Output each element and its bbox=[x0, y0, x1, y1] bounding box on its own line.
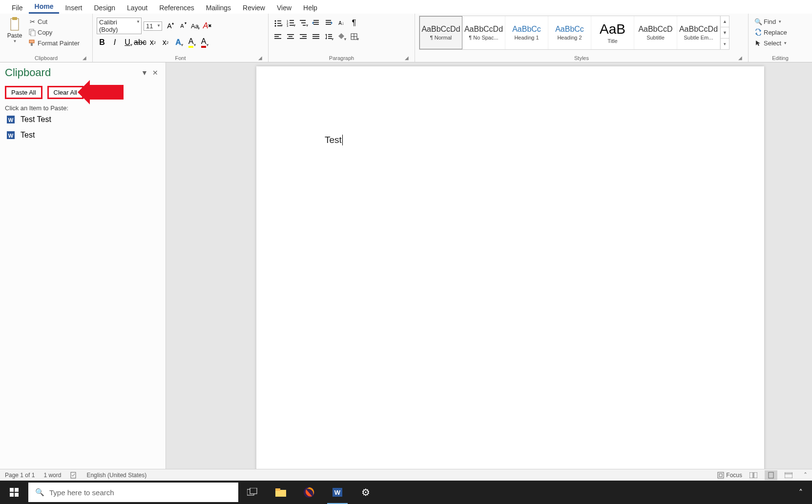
style-name-label: Title bbox=[607, 38, 617, 44]
style-title[interactable]: AaBTitle bbox=[591, 16, 634, 49]
underline-button[interactable]: U▼ bbox=[122, 37, 133, 48]
superscript-button[interactable]: x2 bbox=[160, 37, 171, 48]
paragraph-launcher[interactable]: ◢ bbox=[404, 55, 410, 61]
svg-rect-58 bbox=[10, 488, 14, 492]
tab-references[interactable]: References bbox=[153, 2, 200, 14]
word-count[interactable]: 1 word bbox=[43, 472, 61, 479]
styles-scroll-up[interactable]: ▲ bbox=[721, 16, 729, 27]
styles-scroll-down[interactable]: ▼ bbox=[721, 27, 729, 39]
paste-all-button[interactable]: Paste All bbox=[5, 86, 42, 99]
web-layout-button[interactable] bbox=[782, 470, 795, 480]
font-color-button[interactable]: A▼ bbox=[198, 37, 209, 48]
grow-font-button[interactable]: A▴ bbox=[164, 20, 175, 31]
style--normal[interactable]: AaBbCcDd¶ Normal bbox=[419, 16, 462, 49]
chevron-down-icon: ▼ bbox=[129, 43, 133, 47]
focus-mode-button[interactable]: Focus bbox=[717, 472, 742, 479]
style-heading-2[interactable]: AaBbCcHeading 2 bbox=[548, 16, 591, 49]
tab-view[interactable]: View bbox=[271, 2, 297, 14]
show-hidden-icons[interactable]: ˄ bbox=[792, 481, 809, 504]
replace-icon bbox=[754, 28, 762, 36]
find-button[interactable]: 🔍Find▼ bbox=[752, 17, 784, 26]
document-page[interactable]: Test bbox=[256, 66, 764, 486]
settings-button[interactable]: ⚙ bbox=[352, 481, 380, 504]
replace-button[interactable]: Replace bbox=[752, 27, 789, 37]
bullets-button[interactable]: ▼ bbox=[272, 18, 283, 28]
svg-rect-28 bbox=[274, 36, 279, 37]
style-preview: AaBbCcDd bbox=[679, 25, 718, 34]
strikethrough-button[interactable]: abc bbox=[135, 37, 146, 48]
svg-rect-25 bbox=[326, 22, 331, 23]
proofing-icon[interactable] bbox=[70, 471, 78, 479]
task-view-button[interactable] bbox=[238, 481, 267, 504]
cut-button[interactable]: ✂ Cut bbox=[26, 17, 82, 26]
read-mode-button[interactable] bbox=[747, 470, 760, 480]
italic-button[interactable]: I bbox=[109, 37, 120, 48]
tab-layout[interactable]: Layout bbox=[121, 2, 153, 14]
numbering-button[interactable]: 123▼ bbox=[285, 18, 296, 28]
styles-launcher[interactable]: ◢ bbox=[737, 55, 743, 61]
svg-rect-31 bbox=[289, 36, 292, 37]
align-right-button[interactable] bbox=[298, 31, 309, 42]
clipboard-item[interactable]: WTest Test bbox=[5, 112, 161, 127]
increase-indent-button[interactable] bbox=[323, 18, 334, 28]
format-painter-button[interactable]: Format Painter bbox=[26, 38, 82, 48]
chevron-down-icon: ▼ bbox=[13, 39, 17, 43]
clipboard-item[interactable]: WTest bbox=[5, 127, 161, 143]
highlight-button[interactable]: A▼ bbox=[186, 37, 196, 48]
paintbrush-icon bbox=[28, 39, 36, 47]
shading-button[interactable]: ▼ bbox=[336, 31, 347, 42]
decrease-indent-button[interactable] bbox=[311, 18, 321, 28]
font-name-combo[interactable]: Calibri (Body)▼ bbox=[97, 18, 142, 34]
text-effects-button[interactable]: A▼ bbox=[173, 37, 184, 48]
bold-button[interactable]: B bbox=[97, 37, 107, 48]
tab-review[interactable]: Review bbox=[237, 2, 271, 14]
line-spacing-button[interactable]: ▼ bbox=[323, 31, 334, 42]
styles-more[interactable]: ▾ bbox=[721, 39, 729, 49]
collapse-ribbon-icon[interactable]: ˄ bbox=[804, 471, 807, 479]
pane-options-dropdown[interactable]: ▼ bbox=[139, 69, 150, 77]
shrink-font-button[interactable]: A▾ bbox=[177, 20, 187, 31]
language-status[interactable]: English (United States) bbox=[86, 472, 146, 479]
align-center-button[interactable] bbox=[285, 31, 296, 42]
subscript-button[interactable]: x2 bbox=[147, 37, 158, 48]
svg-rect-63 bbox=[250, 488, 257, 494]
search-input[interactable]: 🔍 Type here to search bbox=[28, 483, 238, 502]
paste-button[interactable]: Paste ▼ bbox=[4, 15, 25, 45]
select-button[interactable]: Select▼ bbox=[752, 38, 789, 48]
tab-file[interactable]: File bbox=[6, 2, 29, 14]
style--no-spac-[interactable]: AaBbCcDd¶ No Spac... bbox=[462, 16, 505, 49]
print-layout-button[interactable] bbox=[765, 470, 777, 480]
style-heading-1[interactable]: AaBbCcHeading 1 bbox=[505, 16, 548, 49]
word-button[interactable]: W bbox=[323, 481, 352, 504]
taskbar: 🔍 Type here to search W ⚙ ˄ bbox=[0, 481, 812, 504]
firefox-button[interactable] bbox=[295, 481, 323, 504]
start-button[interactable] bbox=[0, 481, 28, 504]
tab-mailings[interactable]: Mailings bbox=[200, 2, 237, 14]
tab-help[interactable]: Help bbox=[297, 2, 323, 14]
close-icon[interactable]: ✕ bbox=[150, 69, 161, 77]
change-case-button[interactable]: Aa▼ bbox=[189, 20, 200, 31]
justify-button[interactable] bbox=[311, 31, 321, 42]
svg-rect-35 bbox=[300, 38, 307, 39]
group-paragraph: ▼ 123▼ ▼ A↓ ¶ ▼ ▼ ▼ Paragraph◢ bbox=[269, 14, 415, 62]
align-left-button[interactable] bbox=[272, 31, 283, 42]
clear-formatting-button[interactable]: A✖ bbox=[202, 20, 213, 31]
font-size-combo[interactable]: 11▼ bbox=[144, 21, 162, 31]
tab-insert[interactable]: Insert bbox=[59, 2, 88, 14]
svg-rect-65 bbox=[275, 488, 280, 491]
copy-button[interactable]: Copy bbox=[26, 27, 82, 37]
multilevel-list-button[interactable]: ▼ bbox=[298, 18, 309, 28]
page-status[interactable]: Page 1 of 1 bbox=[5, 472, 35, 479]
font-launcher[interactable]: ◢ bbox=[257, 55, 263, 61]
show-marks-button[interactable]: ¶ bbox=[349, 18, 359, 28]
tab-design[interactable]: Design bbox=[88, 2, 121, 14]
group-editing-label: Editing bbox=[772, 55, 789, 61]
svg-rect-18 bbox=[300, 20, 306, 21]
tab-home[interactable]: Home bbox=[29, 0, 60, 14]
style-subtitle[interactable]: AaBbCcDSubtitle bbox=[634, 16, 677, 49]
style-subtle-em-[interactable]: AaBbCcDdSubtle Em... bbox=[677, 16, 720, 49]
file-explorer-button[interactable] bbox=[267, 481, 295, 504]
sort-button[interactable]: A↓ bbox=[336, 18, 347, 28]
clipboard-launcher[interactable]: ◢ bbox=[82, 55, 87, 61]
borders-button[interactable]: ▼ bbox=[349, 31, 359, 42]
